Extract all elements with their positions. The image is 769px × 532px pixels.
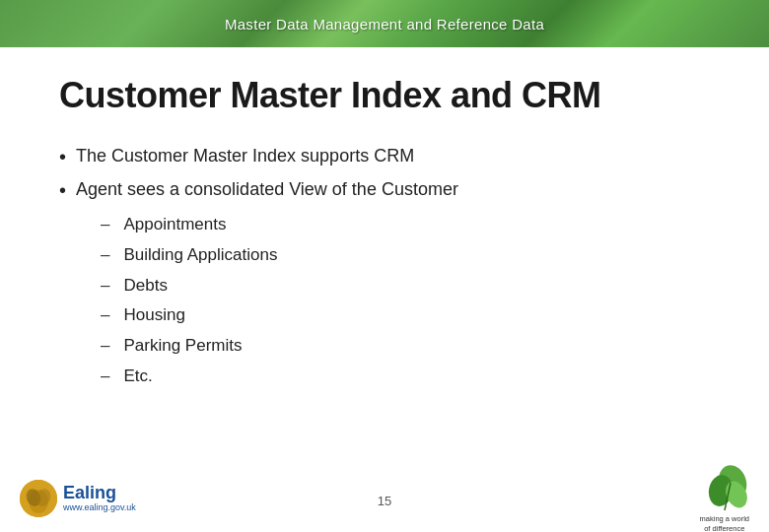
tagline-line2: of difference	[704, 524, 744, 532]
sub-item-parking-permits: – Parking Permits	[101, 334, 710, 358]
footer-bar: Ealing www.ealing.gov.uk 15 making a wor…	[0, 465, 769, 532]
leaf-icon	[701, 463, 748, 514]
sub-item-debts: – Debts	[101, 274, 710, 298]
sub-item-label-etc: Etc.	[123, 365, 152, 388]
sub-item-label-debts: Debts	[123, 274, 167, 298]
bullet-icon-1: •	[59, 144, 66, 169]
bullet-item-2: • Agent sees a consolidated View of the …	[59, 177, 710, 203]
dash-icon-2: –	[101, 243, 109, 267]
banner-title: Master Data Management and Reference Dat…	[225, 16, 544, 33]
logo-name: Ealing	[63, 484, 136, 501]
logo-url: www.ealing.gov.uk	[63, 501, 136, 514]
main-content: Customer Master Index and CRM • The Cust…	[0, 47, 769, 424]
page-number: 15	[378, 494, 391, 508]
sub-item-appointments: – Appointments	[101, 213, 710, 236]
dash-icon-1: –	[101, 213, 109, 236]
bullet-icon-2: •	[59, 177, 66, 203]
bullet-section: • The Customer Master Index supports CRM…	[59, 144, 710, 388]
dash-icon-3: –	[101, 274, 109, 298]
logo-left: Ealing www.ealing.gov.uk	[20, 480, 136, 517]
sub-item-building-applications: – Building Applications	[101, 243, 710, 267]
logo-right: making a world of difference	[700, 463, 749, 532]
logo-text-group: Ealing www.ealing.gov.uk	[63, 484, 136, 514]
top-banner: Master Data Management and Reference Dat…	[0, 0, 769, 47]
tagline: making a world of difference	[700, 514, 749, 532]
bullet-item-1: • The Customer Master Index supports CRM	[59, 144, 710, 169]
logo-svg	[20, 480, 57, 517]
tagline-line1: making a world	[700, 514, 749, 523]
slide-container: Master Data Management and Reference Dat…	[0, 0, 769, 532]
dash-icon-5: –	[101, 334, 109, 358]
sub-item-etc: – Etc.	[101, 365, 710, 388]
sub-item-label-housing: Housing	[123, 303, 184, 327]
dash-icon-6: –	[101, 365, 109, 388]
bullet-text-1: The Customer Master Index supports CRM	[76, 144, 414, 168]
sub-item-label-parking-permits: Parking Permits	[123, 334, 242, 358]
sub-item-label-building-applications: Building Applications	[123, 243, 277, 267]
bullet-text-2: Agent sees a consolidated View of the Cu…	[76, 177, 458, 202]
sub-item-housing: – Housing	[101, 303, 710, 327]
slide-title: Customer Master Index and CRM	[59, 75, 710, 116]
sub-list: – Appointments – Building Applications –…	[101, 213, 710, 388]
sub-item-label-appointments: Appointments	[123, 213, 226, 236]
logo-circle	[20, 480, 57, 517]
dash-icon-4: –	[101, 303, 109, 327]
